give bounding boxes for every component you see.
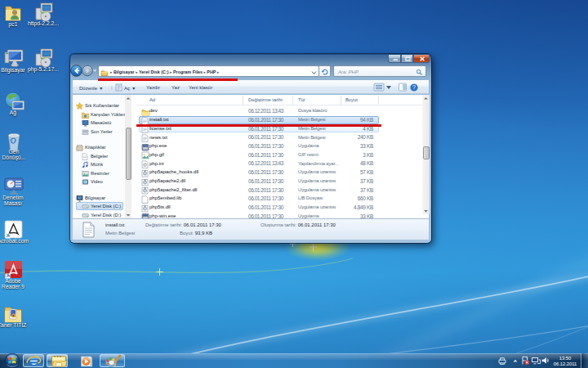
svg-text:?: ? [412,84,416,90]
